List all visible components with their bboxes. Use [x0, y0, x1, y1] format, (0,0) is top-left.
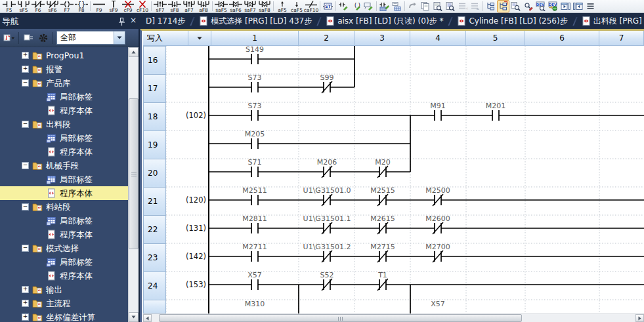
- row-number-cell[interactable]: 17: [144, 75, 166, 103]
- tree-filter-dropdown[interactable]: 全部: [56, 31, 125, 45]
- tree-item-坐标偏差计算[interactable]: + 坐标偏差计算: [0, 310, 128, 322]
- collapse-icon[interactable]: −: [22, 121, 29, 128]
- expand-icon[interactable]: +: [22, 52, 29, 59]
- tree-item-报警[interactable]: + 报警: [0, 62, 128, 76]
- tree-item-局部标签[interactable]: 局部标签: [0, 90, 128, 104]
- collapse-icon[interactable]: −: [22, 162, 29, 169]
- row-number-cell[interactable]: 18: [144, 103, 166, 131]
- find-device-edit-button[interactable]: [522, 0, 534, 12]
- ladder-grid[interactable]: 16 17 18 19 20 21 22 23 24 S149S73S99(10…: [143, 46, 644, 313]
- document-tab[interactable]: 出料段 [PRG] [L: [576, 13, 644, 29]
- scroll-left-button[interactable]: [143, 314, 152, 322]
- chevron-down-icon[interactable]: [114, 31, 125, 44]
- row-number-cell[interactable]: 24: [144, 272, 166, 300]
- expand-icon[interactable]: +: [22, 300, 29, 307]
- copy-document-button[interactable]: [419, 0, 431, 12]
- window-tile-left-button[interactable]: [559, 0, 572, 12]
- tree-item-程序本体[interactable]: 程序本体: [0, 269, 128, 283]
- tool-open-contact-branch-button[interactable]: sF5: [16, 0, 31, 12]
- expand-icon[interactable]: +: [22, 286, 29, 293]
- tree-scrollbar-thumb[interactable]: [129, 98, 139, 249]
- collapse-icon[interactable]: −: [22, 245, 29, 252]
- edit-statement-button[interactable]: [362, 0, 375, 12]
- find-document-alt-button[interactable]: [444, 0, 456, 12]
- tree-item-程序本体[interactable]: 程序本体: [0, 145, 128, 159]
- tree-item-局部标签[interactable]: 局部标签: [0, 214, 128, 228]
- collapse-icon[interactable]: −: [22, 79, 29, 87]
- list-view-button[interactable]: [584, 0, 597, 12]
- scroll-down-button[interactable]: [129, 312, 139, 322]
- tree-item-出料段[interactable]: − 出料段: [0, 117, 128, 131]
- row-number-cell[interactable]: 19: [144, 131, 166, 159]
- device-batch-find-button[interactable]: DEV: [534, 0, 547, 12]
- tool-invert-result-button[interactable]: aF5: [275, 0, 290, 12]
- close-icon[interactable]: ×: [129, 15, 138, 26]
- tool-application-instruction-button[interactable]: {}F8: [74, 0, 89, 12]
- find-device-button[interactable]: [509, 0, 522, 12]
- tool-delete-horizontal-line-button[interactable]: cF9: [121, 0, 135, 12]
- find-document-button[interactable]: [431, 0, 444, 12]
- tool-delete-line-button[interactable]: caF10: [304, 0, 318, 12]
- document-tab[interactable]: aisx [FB] [LD] (只读) (0)步 *: [320, 13, 449, 29]
- document-tab[interactable]: Cylinde [FB] [LD] (256)步: [452, 13, 573, 29]
- tree-item-模式选择[interactable]: − 模式选择: [0, 241, 128, 255]
- tree-scrollbar[interactable]: [128, 47, 139, 322]
- tool-falling-pulse-close-button[interactable]: saF6: [228, 0, 243, 12]
- sort-tool-button[interactable]: [3, 31, 15, 44]
- tool-convert-result-button[interactable]: caF5: [290, 0, 304, 12]
- scroll-up-button[interactable]: [129, 47, 139, 57]
- tree-display-button[interactable]: [484, 0, 497, 12]
- row-number-cell[interactable]: 21: [144, 188, 166, 216]
- tool-open-contact-button[interactable]: F5: [2, 0, 16, 12]
- tree-item-ProgPou1[interactable]: + ProgPou1: [0, 49, 128, 62]
- scroll-right-button[interactable]: [635, 314, 644, 322]
- tree-item-机械手段[interactable]: − 机械手段: [0, 159, 128, 172]
- tool-horizontal-line-button[interactable]: F9: [92, 0, 106, 12]
- tool-vertical-line-button[interactable]: sF9: [106, 0, 121, 12]
- ladder-scrollbar-thumb[interactable]: [159, 314, 522, 322]
- tool-close-contact-button[interactable]: F6: [31, 0, 45, 12]
- tool-close-contact-branch-button[interactable]: sF6: [45, 0, 60, 12]
- tool-rising-pulse-button[interactable]: sF7: [153, 0, 167, 12]
- ladder-horizontal-scrollbar[interactable]: [143, 313, 644, 322]
- pin-icon[interactable]: [118, 16, 126, 26]
- collapse-tool-button[interactable]: [22, 31, 35, 44]
- tree-item-局部标签[interactable]: 局部标签: [0, 172, 128, 186]
- tool-coil-button[interactable]: F7: [60, 0, 74, 12]
- row-number-cell[interactable]: 16: [144, 47, 166, 75]
- device-batch-replace-button[interactable]: DEV: [547, 0, 559, 12]
- tool-falling-pulse-close-branch-button[interactable]: saF8: [257, 0, 272, 12]
- tool-delete-vertical-line-button[interactable]: cF10: [135, 0, 150, 12]
- ladder-mode-cell[interactable]: 写入: [143, 31, 188, 46]
- window-tile-right-button[interactable]: [572, 0, 584, 12]
- row-number-cell[interactable]: 22: [144, 216, 166, 244]
- tree-item-主流程[interactable]: + 主流程: [0, 296, 128, 310]
- tree-item-产品库[interactable]: − 产品库: [0, 76, 128, 90]
- tree-item-局部标签[interactable]: 局部标签: [0, 255, 128, 269]
- document-tab[interactable]: 模式选择 [PRG] [LD] 437步: [194, 13, 318, 29]
- expand-icon[interactable]: +: [22, 66, 29, 73]
- inline-st-button[interactable]: ST: [322, 0, 334, 12]
- undo-gray-button[interactable]: [406, 0, 419, 12]
- tree-item-程序本体[interactable]: 程序本体: [0, 228, 128, 241]
- ladder-mode-dropdown[interactable]: [188, 31, 211, 46]
- tree-display-active-button[interactable]: [497, 0, 509, 12]
- row-number-cell[interactable]: 20: [144, 159, 166, 188]
- collapse-icon[interactable]: −: [22, 203, 29, 211]
- tree-item-程序本体[interactable]: 程序本体: [0, 186, 128, 200]
- delete-row-faded-button[interactable]: [469, 0, 481, 12]
- edit-contact-grid-button[interactable]: [378, 0, 391, 12]
- document-tab[interactable]: D] 1714步: [140, 13, 191, 29]
- expand-icon[interactable]: +: [22, 313, 29, 321]
- tool-falling-pulse-button[interactable]: sF8: [167, 0, 182, 12]
- insert-row-faded-button[interactable]: +: [456, 0, 469, 12]
- tool-rising-pulse-close-branch-button[interactable]: saF7: [243, 0, 257, 12]
- tool-falling-pulse-branch-button[interactable]: aF8: [196, 0, 211, 12]
- tree-item-程序本体[interactable]: 程序本体: [0, 104, 128, 117]
- edit-contact-button[interactable]: [337, 0, 350, 12]
- tree-item-料站段[interactable]: − 料站段: [0, 200, 128, 214]
- tree-item-局部标签[interactable]: 局部标签: [0, 131, 128, 145]
- tool-rising-pulse-branch-button[interactable]: aF7: [182, 0, 196, 12]
- tool-rising-pulse-close-button[interactable]: saF5: [214, 0, 228, 12]
- row-number-cell[interactable]: 23: [144, 244, 166, 272]
